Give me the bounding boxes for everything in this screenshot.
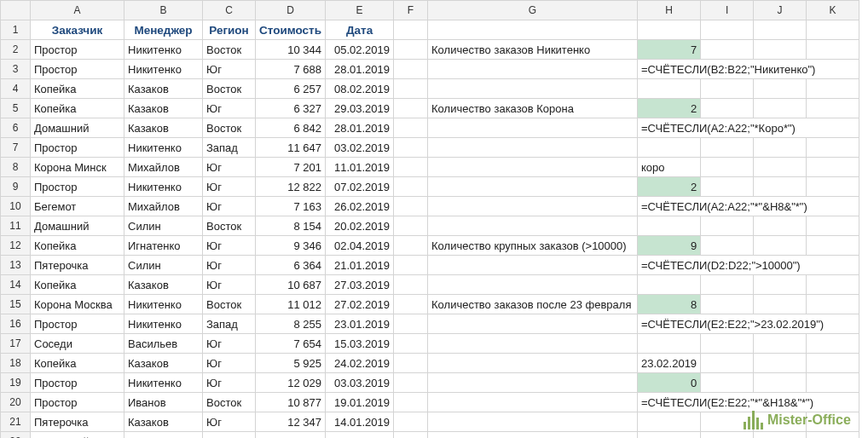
cell-B17[interactable]: Васильев — [124, 334, 203, 354]
cell-F17[interactable] — [394, 334, 428, 354]
cell-A17[interactable]: Соседи — [31, 334, 124, 354]
cell-D8[interactable]: 7 201 — [256, 158, 326, 177]
cell-J7[interactable] — [754, 138, 807, 158]
cell-F14[interactable] — [394, 275, 428, 295]
cell-F21[interactable] — [394, 412, 428, 432]
cell-G8[interactable] — [428, 158, 638, 177]
cell-A14[interactable]: Копейка — [31, 275, 124, 295]
cell-C6[interactable]: Восток — [203, 118, 256, 138]
cell-I12[interactable] — [701, 236, 754, 256]
cell-K1[interactable] — [807, 20, 859, 40]
cell-J12[interactable] — [754, 236, 807, 256]
cell-D1[interactable]: Стоимость — [256, 20, 326, 40]
cell-I8[interactable] — [701, 158, 754, 177]
cell-A10[interactable]: Бегемот — [31, 197, 124, 216]
col-header-F[interactable]: F — [394, 1, 428, 20]
cell-H2[interactable]: 7 — [638, 40, 701, 60]
cell-A1[interactable]: Заказчик — [31, 20, 124, 40]
cell-J9[interactable] — [754, 177, 807, 197]
cell-C12[interactable]: Юг — [203, 236, 256, 256]
cell-F18[interactable] — [394, 354, 428, 373]
cell-E14[interactable]: 27.03.2019 — [326, 275, 394, 295]
cell-E21[interactable]: 14.01.2019 — [326, 412, 394, 432]
cell-B10[interactable]: Михайлов — [124, 197, 203, 216]
cell-G18[interactable] — [428, 354, 638, 373]
cell-I22[interactable] — [701, 432, 754, 439]
cell-D14[interactable]: 10 687 — [256, 275, 326, 295]
select-all-corner[interactable] — [1, 1, 31, 20]
cell-F6[interactable] — [394, 118, 428, 138]
col-header-K[interactable]: K — [807, 1, 859, 20]
cell-C9[interactable]: Юг — [203, 177, 256, 197]
cell-H16[interactable]: =СЧЁТЕСЛИ(E2:E22;">23.02.2019") — [638, 314, 859, 334]
cell-H13[interactable]: =СЧЁТЕСЛИ(D2:D22;">10000") — [638, 256, 859, 275]
cell-H3[interactable]: =СЧЁТЕСЛИ(B2:B22;"Никитенко") — [638, 60, 859, 79]
cell-K17[interactable] — [807, 334, 859, 354]
cell-H9[interactable]: 2 — [638, 177, 701, 197]
row-header-8[interactable]: 8 — [1, 158, 31, 177]
cell-J11[interactable] — [754, 216, 807, 236]
row-header-18[interactable]: 18 — [1, 354, 31, 373]
cell-I14[interactable] — [701, 275, 754, 295]
cell-D15[interactable]: 11 012 — [256, 295, 326, 314]
cell-G20[interactable] — [428, 393, 638, 412]
cell-C20[interactable]: Восток — [203, 393, 256, 412]
cell-C7[interactable]: Запад — [203, 138, 256, 158]
cell-I18[interactable] — [701, 354, 754, 373]
row-header-3[interactable]: 3 — [1, 60, 31, 79]
cell-H14[interactable] — [638, 275, 701, 295]
row-header-9[interactable]: 9 — [1, 177, 31, 197]
cell-C8[interactable]: Юг — [203, 158, 256, 177]
row-header-21[interactable]: 21 — [1, 412, 31, 432]
cell-G15[interactable]: Количество заказов после 23 февраля — [428, 295, 638, 314]
cell-E7[interactable]: 03.02.2019 — [326, 138, 394, 158]
cell-K19[interactable] — [807, 373, 859, 393]
cell-E15[interactable]: 27.02.2019 — [326, 295, 394, 314]
cell-C14[interactable]: Юг — [203, 275, 256, 295]
cell-G19[interactable] — [428, 373, 638, 393]
cell-J1[interactable] — [754, 20, 807, 40]
cell-I19[interactable] — [701, 373, 754, 393]
cell-G3[interactable] — [428, 60, 638, 79]
cell-G14[interactable] — [428, 275, 638, 295]
cell-K7[interactable] — [807, 138, 859, 158]
cell-F5[interactable] — [394, 99, 428, 118]
row-header-5[interactable]: 5 — [1, 99, 31, 118]
cell-A16[interactable]: Простор — [31, 314, 124, 334]
cell-H21[interactable] — [638, 412, 701, 432]
cell-F22[interactable] — [394, 432, 428, 439]
cell-E4[interactable]: 08.02.2019 — [326, 79, 394, 99]
col-header-E[interactable]: E — [326, 1, 394, 20]
cell-E16[interactable]: 23.01.2019 — [326, 314, 394, 334]
cell-B13[interactable]: Силин — [124, 256, 203, 275]
cell-E2[interactable]: 05.02.2019 — [326, 40, 394, 60]
cell-D17[interactable]: 7 654 — [256, 334, 326, 354]
col-header-C[interactable]: C — [203, 1, 256, 20]
cell-I2[interactable] — [701, 40, 754, 60]
cell-B19[interactable]: Никитенко — [124, 373, 203, 393]
cell-D7[interactable]: 11 647 — [256, 138, 326, 158]
cell-B4[interactable]: Казаков — [124, 79, 203, 99]
cell-G22[interactable] — [428, 432, 638, 439]
cell-B16[interactable]: Никитенко — [124, 314, 203, 334]
row-header-14[interactable]: 14 — [1, 275, 31, 295]
cell-B2[interactable]: Никитенко — [124, 40, 203, 60]
row-header-15[interactable]: 15 — [1, 295, 31, 314]
cell-B6[interactable]: Казаков — [124, 118, 203, 138]
cell-G5[interactable]: Количество заказов Корона — [428, 99, 638, 118]
row-header-20[interactable]: 20 — [1, 393, 31, 412]
cell-A20[interactable]: Простор — [31, 393, 124, 412]
cell-K14[interactable] — [807, 275, 859, 295]
cell-D6[interactable]: 6 842 — [256, 118, 326, 138]
cell-K5[interactable] — [807, 99, 859, 118]
cell-B1[interactable]: Менеджер — [124, 20, 203, 40]
cell-D20[interactable]: 10 877 — [256, 393, 326, 412]
col-header-G[interactable]: G — [428, 1, 638, 20]
cell-A18[interactable]: Копейка — [31, 354, 124, 373]
col-header-J[interactable]: J — [754, 1, 807, 20]
cell-B5[interactable]: Казаков — [124, 99, 203, 118]
cell-C10[interactable]: Юг — [203, 197, 256, 216]
cell-J19[interactable] — [754, 373, 807, 393]
col-header-H[interactable]: H — [638, 1, 701, 20]
cell-E20[interactable]: 19.01.2019 — [326, 393, 394, 412]
